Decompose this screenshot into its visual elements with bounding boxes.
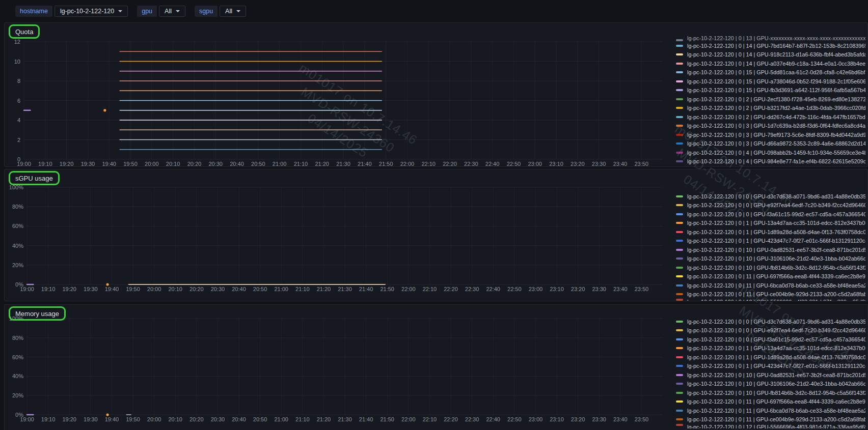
legend-item[interactable]: lg-pc-10-2-122-120 | 0 | 3 | GPU-d66a987…	[676, 139, 865, 149]
x-axis-tick-label: 19:20	[60, 161, 74, 166]
legend-item[interactable]: lg-pc-10-2-122-120 | 0 | 10 | GPU-fb814b…	[676, 263, 865, 272]
legend-item[interactable]: lg-pc-10-2-122-120 | 0 | 4 | GPU-098abb2…	[676, 148, 865, 157]
panel-sgpu-usage: sGPU usage 0%20%40%60%80%100%19:0019:101…	[4, 169, 868, 301]
filter-hostname-value[interactable]: lg-pc-10-2-122-120	[55, 6, 128, 17]
legend-label: lg-pc-10-2-122-120 | 0 | 10 | GPU-0ad825…	[687, 372, 865, 378]
legend-item[interactable]: lg-pc-10-2-122-120 | 0 | 0 | GPU-d3c7d63…	[676, 192, 865, 201]
filter-sgpu-value[interactable]: All	[220, 6, 246, 17]
x-axis-tick-label: 20:00	[147, 416, 161, 422]
legend-item[interactable]: lg-pc-10-2-122-120 | 0 | 14 | GPU-7bd164…	[676, 41, 865, 50]
x-axis-tick-label: 20:00	[145, 161, 159, 166]
legend-item[interactable]: lg-pc-10-2-122-120 | 0 | 10 | GPU-310610…	[676, 380, 865, 389]
legend-item[interactable]: lg-pc-10-2-122-120 | 0 | 10 | GPU-0ad825…	[676, 245, 865, 254]
series-color-dash	[676, 374, 683, 376]
legend-item[interactable]: lg-pc-10-2-122-120 | 0 | 1 | GPU-423d47c…	[676, 362, 865, 371]
legend-label: lg-pc-10-2-122-120 | 0 | 15 | GPU-a73804…	[687, 78, 865, 84]
legend-item[interactable]: lg-pc-10-2-122-120 | 0 | 2 | GPU-2ecf138…	[676, 95, 865, 104]
legend-item[interactable]: lg-pc-10-2-122-120 | 0 | 10 | GPU-310610…	[676, 254, 865, 264]
x-axis-tick-label: 19:50	[123, 161, 138, 166]
legend-item[interactable]: lg-pc-10-2-122-120 | 0 | 4 | GPU-984e8e7…	[676, 157, 865, 166]
data-point[interactable]	[103, 109, 106, 111]
series-color-dash	[676, 152, 683, 154]
legend-item[interactable]: lg-pc-10-2-122-120 | 0 | 0 | GPU-f3a61c1…	[676, 210, 865, 219]
y-axis-tick-label: 20%	[12, 392, 23, 398]
series-color-dash	[676, 71, 683, 73]
legend-item[interactable]: lg-pc-10-2-122-120 | 0 | 1 | GPU-1d89a28…	[676, 227, 865, 237]
x-axis-tick-label: 22:00	[401, 286, 416, 292]
y-axis-tick-label: 20%	[12, 262, 23, 268]
series-color-dash	[676, 213, 683, 215]
legend-item[interactable]: lg-pc-10-2-122-120 | 0 | 11 | GPU-697f56…	[676, 397, 865, 407]
quota-legend: lg-pc-10-2-122-120 | 0 | 13 | GPU-xxxxxx…	[676, 36, 865, 166]
x-axis-tick-label: 23:50	[635, 286, 649, 292]
series-color-dash	[676, 222, 683, 224]
legend-item[interactable]: lg-pc-10-2-122-120 | 0 | 14 | GPU-918c21…	[676, 50, 865, 60]
chevron-down-icon	[236, 10, 240, 12]
filter-gpu-value[interactable]: All	[159, 6, 185, 17]
x-axis-tick-label: 20:30	[208, 161, 223, 166]
series-color-dash	[676, 418, 683, 420]
legend-item[interactable]: lg-pc-10-2-122-120 | 0 | 0 | GPU-e92f7ea…	[676, 326, 865, 335]
series-color-dash	[676, 53, 683, 55]
x-axis-tick-label: 21:50	[379, 161, 393, 166]
legend-label: lg-pc-10-2-122-120 | 0 | 10 | GPU-310610…	[687, 255, 865, 262]
x-axis-tick-label: 23:50	[634, 161, 648, 166]
x-axis-tick-label: 19:50	[126, 286, 140, 292]
legend-item[interactable]: lg-pc-10-2-122-120 | 0 | 14 | GPU-a037e4…	[676, 59, 865, 68]
x-axis-tick-label: 22:30	[464, 161, 478, 166]
legend-item[interactable]: lg-pc-10-2-122-120 | 0 | 12 | GPU-556669…	[676, 424, 865, 428]
legend-label: lg-pc-10-2-122-120 | 0 | 0 | GPU-f3a61c1…	[687, 211, 865, 217]
x-axis-tick-label: 21:20	[317, 286, 331, 292]
legend-item[interactable]: lg-pc-10-2-122-120 | 0 | 1 | GPU-13a4d7a…	[676, 219, 865, 228]
series-color-dash	[676, 107, 683, 109]
legend-item[interactable]: lg-pc-10-2-122-120 | 0 | 1 | GPU-1d89a28…	[676, 353, 865, 362]
legend-item[interactable]: lg-pc-10-2-122-120 | 0 | 11 | GPU-697f56…	[676, 272, 865, 281]
legend-item[interactable]: lg-pc-10-2-122-120 | 0 | 3 | GPU-1d7c639…	[676, 122, 865, 131]
legend-label: lg-pc-10-2-122-120 | 0 | 1 | GPU-13a4d7a…	[687, 220, 865, 226]
legend-item[interactable]: lg-pc-10-2-122-120 | 0 | 1 | GPU-13a4d7a…	[676, 344, 865, 353]
series-color-dash	[676, 249, 683, 251]
legend-item[interactable]: lg-pc-10-2-122-120 | 0 | 0 | GPU-e92f7ea…	[676, 201, 865, 210]
legend-item[interactable]: lg-pc-10-2-122-120 | 0 | 11 | GPU-6bca0d…	[676, 406, 865, 415]
legend-item[interactable]: lg-pc-10-2-122-120 | 0 | 3 | GPU-79ef917…	[676, 130, 865, 139]
legend-item[interactable]: lg-pc-10-2-122-120 | 0 | 11 | GPU-ce004b…	[676, 290, 865, 299]
legend-label: lg-pc-10-2-122-120 | 0 | 11 | GPU-ce004b…	[687, 416, 865, 422]
x-axis-tick-label: 22:20	[444, 416, 458, 422]
y-axis-tick-label: 40%	[12, 243, 23, 249]
legend-item[interactable]: lg-pc-10-2-122-120 | 0 | 0 | GPU-d3c7d63…	[676, 317, 865, 326]
legend-item[interactable]: lg-pc-10-2-122-120 | 0 | 15 | GPU-fb3d36…	[676, 86, 865, 95]
data-point[interactable]	[106, 413, 108, 416]
legend-item[interactable]: lg-pc-10-2-122-120 | 0 | 0 | GPU-f3a61c1…	[676, 335, 865, 344]
data-point[interactable]	[106, 283, 108, 285]
series-color-dash	[676, 204, 683, 206]
series-color-dash	[676, 45, 683, 47]
x-axis-tick-label: 21:00	[274, 416, 288, 422]
x-axis-tick-label: 19:00	[20, 416, 34, 422]
legend-item[interactable]: lg-pc-10-2-122-120 | 0 | 10 | GPU-0ad825…	[676, 370, 865, 380]
legend-item[interactable]: lg-pc-10-2-122-120 | 0 | 11 | GPU-6bca0d…	[676, 281, 865, 290]
dashboard-controls: hostname lg-pc-10-2-122-120 gpu All sgpu…	[15, 6, 246, 17]
legend-item[interactable]: lg-pc-10-2-122-120 | 0 | 2 | GPU-dd267c4…	[676, 112, 865, 122]
x-axis-tick-label: 21:30	[338, 286, 352, 292]
filter-sgpu-value-text: All	[225, 8, 232, 15]
x-axis-tick-label: 19:10	[41, 416, 56, 422]
x-axis-tick-label: 21:20	[315, 161, 329, 166]
legend-item[interactable]: lg-pc-10-2-122-120 | 0 | 12 | GPU-556669…	[676, 299, 865, 301]
legend-item[interactable]: lg-pc-10-2-122-120 | 0 | 13 | GPU-xxxxxx…	[676, 36, 865, 41]
x-axis-tick-label: 21:20	[317, 416, 331, 422]
series-color-dash	[676, 125, 683, 127]
legend-item[interactable]: lg-pc-10-2-122-120 | 0 | 2 | GPU-b3217fd…	[676, 104, 865, 113]
x-axis-tick-label: 19:50	[126, 416, 140, 422]
x-axis-tick-label: 20:10	[168, 286, 182, 292]
series-color-dash	[676, 134, 683, 136]
x-axis-tick-label: 22:50	[507, 161, 521, 166]
legend-item[interactable]: lg-pc-10-2-122-120 | 0 | 15 | GPU-a73804…	[676, 77, 865, 86]
legend-item[interactable]: lg-pc-10-2-122-120 | 0 | 1 | GPU-423d47c…	[676, 237, 865, 246]
legend-item[interactable]: lg-pc-10-2-122-120 | 0 | 11 | GPU-ce004b…	[676, 415, 865, 424]
legend-label: lg-pc-10-2-122-120 | 0 | 12 | GPU-556669…	[687, 299, 865, 301]
x-axis-tick-label: 23:40	[613, 286, 628, 292]
filter-hostname: hostname lg-pc-10-2-122-120	[15, 6, 128, 17]
legend-item[interactable]: lg-pc-10-2-122-120 | 0 | 15 | GPU-5dd81c…	[676, 68, 865, 77]
legend-label: lg-pc-10-2-122-120 | 0 | 11 | GPU-6bca0d…	[687, 408, 865, 414]
legend-item[interactable]: lg-pc-10-2-122-120 | 0 | 10 | GPU-fb814b…	[676, 388, 865, 397]
